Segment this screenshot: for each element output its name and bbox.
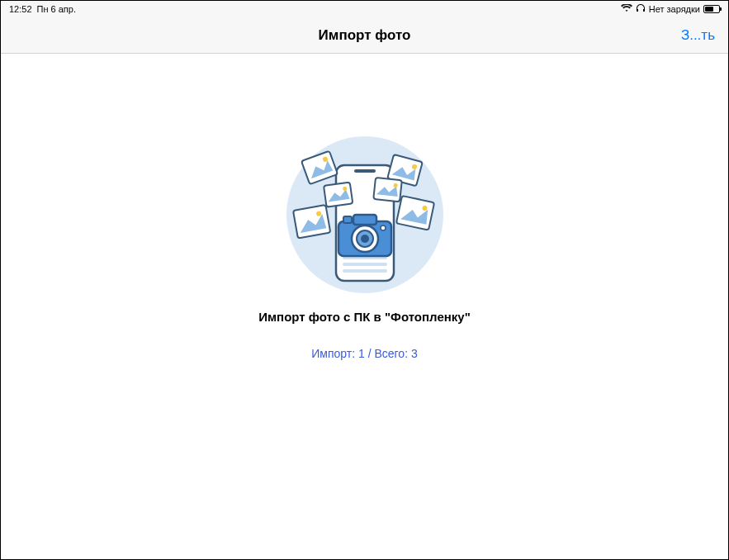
svg-rect-21 [373,178,402,202]
svg-rect-25 [353,215,376,225]
status-date: Пн 6 апр. [37,4,76,14]
import-title: Импорт фото с ПК в "Фотопленку" [258,310,471,324]
nav-bar: Импорт фото З...ть [1,17,728,54]
status-charging: Нет зарядки [649,4,700,14]
status-left: 12:52 Пн 6 апр. [9,4,76,14]
svg-rect-5 [343,269,387,273]
wifi-icon [621,4,632,14]
status-right: Нет зарядки [621,3,720,15]
svg-rect-18 [324,183,353,207]
page-title: Импорт фото [319,27,411,44]
import-status: Импорт: 1 / Всего: 3 [311,347,417,360]
status-bar: 12:52 Пн 6 апр. Нет зарядки [1,1,728,17]
svg-point-30 [381,225,386,230]
svg-rect-4 [343,263,387,266]
svg-rect-2 [354,169,376,173]
svg-rect-12 [293,205,330,238]
close-button[interactable]: З...ть [681,27,715,44]
svg-rect-15 [395,196,433,230]
svg-point-29 [361,235,369,243]
headphones-icon [636,3,646,15]
svg-rect-26 [343,216,352,223]
main-content: Импорт фото с ПК в "Фотопленку" Импорт: … [1,54,728,559]
import-illustration-icon [286,136,443,293]
status-time: 12:52 [9,4,32,14]
battery-icon [703,5,720,13]
